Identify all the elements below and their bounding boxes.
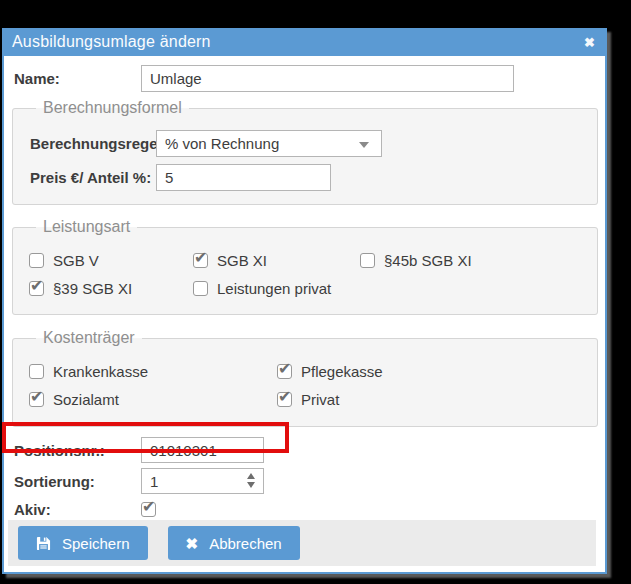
berechnungsregel-select[interactable]: % von Rechnung <box>156 130 382 157</box>
checkbox-privat[interactable]: Privat <box>277 391 597 408</box>
section-leistungsart: Leistungsart SGB V SGB XI §45b SGB XI <box>12 218 598 315</box>
aktiv-checkbox[interactable] <box>141 502 156 517</box>
cancel-x-icon: ✖ <box>186 536 199 551</box>
positionsnr-label: Positionsnr.: <box>14 442 141 459</box>
preis-input[interactable] <box>156 164 331 191</box>
positionsnr-input[interactable] <box>141 437 264 463</box>
berechnungsregel-label: Berechnungsregel: <box>30 135 156 152</box>
aktiv-label: Akiv: <box>14 501 141 518</box>
dialog-titlebar[interactable]: Ausbildungsumlage ändern ✖ <box>4 30 605 56</box>
checkbox-icon[interactable] <box>277 392 292 407</box>
sortierung-label: Sortierung: <box>14 473 141 490</box>
checkbox-sgb-v[interactable]: SGB V <box>29 252 193 269</box>
berechnungsregel-row: Berechnungsregel: % von Rechnung <box>30 130 597 157</box>
checkbox-sgb-xi[interactable]: SGB XI <box>193 252 360 269</box>
sortierung-row: Sortierung: <box>14 468 605 494</box>
kostentraeger-legend: Kostenträger <box>36 329 142 347</box>
cancel-button[interactable]: ✖ Abbrechen <box>168 526 300 560</box>
berechnungsformel-legend: Berechnungsformel <box>36 99 189 117</box>
positionsnr-row: Positionsnr.: <box>14 437 605 463</box>
preis-row: Preis €/ Anteil %: <box>30 164 597 191</box>
dialog-body: Name: Berechnungsformel Berechnungsregel… <box>4 56 605 574</box>
leistungsart-checkbox-grid: SGB V SGB XI §45b SGB XI §39 SGB XI <box>29 252 597 297</box>
checkbox-icon[interactable] <box>277 364 292 379</box>
cancel-button-label: Abbrechen <box>209 535 282 552</box>
dialog-footer: Speichern ✖ Abbrechen <box>8 520 596 566</box>
close-icon[interactable]: ✖ <box>584 36 595 49</box>
screenshot-stage: Ausbildungsumlage ändern ✖ Name: Berechn… <box>0 0 631 584</box>
spinner-down-icon[interactable] <box>247 482 255 488</box>
dialog-title: Ausbildungsumlage ändern <box>12 33 211 51</box>
kostentraeger-checkbox-grid: Krankenkasse Pflegekasse Sozialamt Priva… <box>29 363 597 408</box>
checkbox-icon[interactable] <box>193 253 208 268</box>
chevron-down-icon <box>359 142 369 148</box>
berechnungsregel-selected-value: % von Rechnung <box>165 135 279 152</box>
checkbox-icon[interactable] <box>29 253 44 268</box>
checkbox-icon[interactable] <box>29 281 44 296</box>
checkbox-krankenkasse[interactable]: Krankenkasse <box>29 363 277 380</box>
preis-label: Preis €/ Anteil %: <box>30 169 156 186</box>
checkbox-39-sgb-xi[interactable]: §39 SGB XI <box>29 280 193 297</box>
checkbox-icon[interactable] <box>29 392 44 407</box>
leistungsart-legend: Leistungsart <box>36 218 137 236</box>
aktiv-row: Akiv: <box>14 501 605 518</box>
save-button[interactable]: Speichern <box>18 526 148 560</box>
section-kostentraeger: Kostenträger Krankenkasse Pflegekasse So… <box>12 329 598 427</box>
checkbox-leistungen-privat[interactable]: Leistungen privat <box>193 280 360 297</box>
name-input[interactable] <box>141 65 514 92</box>
save-button-label: Speichern <box>62 535 130 552</box>
name-row: Name: <box>14 56 605 92</box>
section-berechnungsformel: Berechnungsformel Berechnungsregel: % vo… <box>12 99 598 205</box>
save-icon <box>36 536 51 551</box>
spinner-up-icon[interactable] <box>247 473 255 479</box>
sortierung-input[interactable] <box>141 468 264 494</box>
checkbox-sozialamt[interactable]: Sozialamt <box>29 391 277 408</box>
dialog-ausbildungsumlage: Ausbildungsumlage ändern ✖ Name: Berechn… <box>2 28 607 574</box>
checkbox-pflegekasse[interactable]: Pflegekasse <box>277 363 597 380</box>
name-label: Name: <box>14 70 141 87</box>
checkbox-icon[interactable] <box>193 281 208 296</box>
spinner-buttons[interactable] <box>247 473 255 488</box>
checkbox-icon[interactable] <box>29 364 44 379</box>
checkbox-45b-sgb-xi[interactable]: §45b SGB XI <box>360 252 597 269</box>
checkbox-icon[interactable] <box>360 253 375 268</box>
